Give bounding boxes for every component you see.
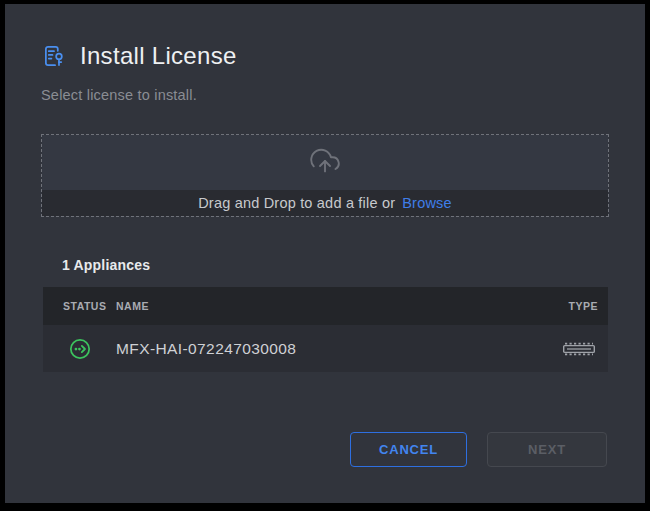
dropzone-icon-area xyxy=(42,135,608,190)
dialog-title: Install License xyxy=(80,42,237,70)
dropzone-prompt-strip: Drag and Drop to add a file or Browse xyxy=(42,190,608,216)
appliances-count-label: 1 Appliances xyxy=(62,257,645,273)
cloud-upload-icon xyxy=(310,146,340,180)
table-header-row: STATUS NAME TYPE xyxy=(43,287,608,325)
license-key-document-icon xyxy=(41,43,67,69)
install-license-dialog: Install License Select license to instal… xyxy=(5,4,645,503)
column-header-type: TYPE xyxy=(569,300,598,312)
column-header-status: STATUS xyxy=(63,300,116,312)
dropzone-prompt: Drag and Drop to add a file or xyxy=(198,195,395,211)
appliances-table: STATUS NAME TYPE MFX-HAI-072247030008 xyxy=(43,287,608,372)
connected-status-icon xyxy=(69,338,91,360)
hardware-appliance-icon xyxy=(562,342,596,356)
next-button[interactable]: NEXT xyxy=(487,432,607,467)
table-row[interactable]: MFX-HAI-072247030008 xyxy=(43,325,608,372)
dialog-header: Install License xyxy=(41,42,645,70)
file-dropzone[interactable]: Drag and Drop to add a file or Browse xyxy=(41,134,609,217)
dialog-footer: CANCEL NEXT xyxy=(350,432,607,467)
appliance-name: MFX-HAI-072247030008 xyxy=(116,340,562,358)
browse-link[interactable]: Browse xyxy=(402,195,452,211)
column-header-name: NAME xyxy=(116,300,569,312)
cancel-button[interactable]: CANCEL xyxy=(350,432,467,467)
dialog-subtitle: Select license to install. xyxy=(41,87,645,103)
